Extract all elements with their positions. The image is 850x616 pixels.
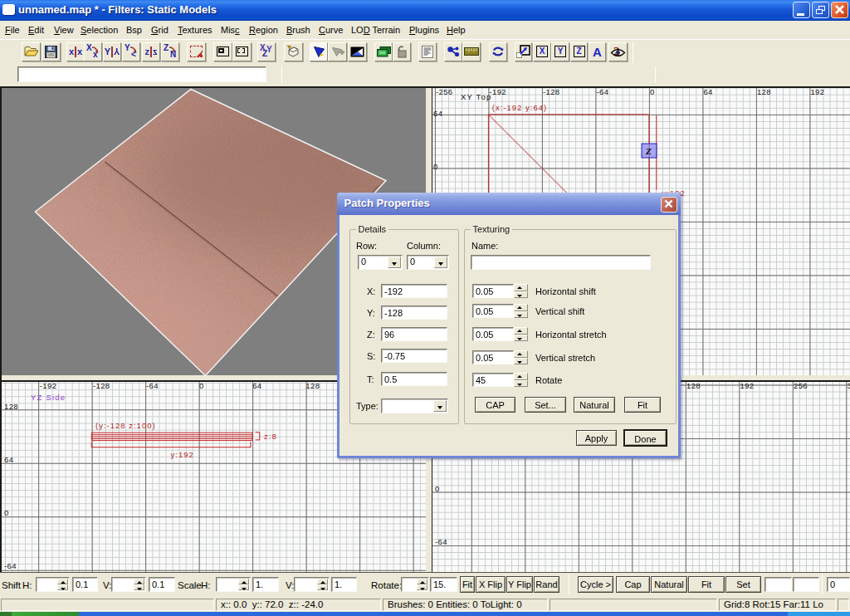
svg-text:64: 64 [703, 88, 712, 96]
svg-text:XY Top: XY Top [461, 92, 492, 101]
svg-text:(y:-128 z:100): (y:-128 z:100) [95, 421, 156, 430]
svg-text:-64: -64 [146, 382, 159, 390]
svg-text:y:192: y:192 [171, 450, 194, 459]
svg-text:192: 192 [810, 88, 824, 96]
svg-text:64: 64 [433, 109, 442, 118]
svg-text:-64: -64 [596, 88, 608, 96]
svg-text:256: 256 [794, 382, 808, 390]
svg-text:-192: -192 [40, 382, 57, 390]
svg-text:320: 320 [848, 382, 850, 390]
svg-text:(x:-192 y:64): (x:-192 y:64) [492, 103, 547, 112]
svg-text:192: 192 [740, 382, 755, 390]
svg-text:YZ Side: YZ Side [31, 393, 66, 402]
svg-text:-128: -128 [93, 382, 110, 390]
svg-text:-64: -64 [435, 537, 447, 546]
svg-text:z:8: z:8 [264, 432, 277, 441]
svg-text:Z: Z [645, 146, 652, 156]
svg-text:64: 64 [252, 382, 261, 390]
svg-text:0: 0 [435, 484, 440, 493]
svg-text:0: 0 [199, 382, 204, 390]
svg-text:0: 0 [4, 508, 9, 517]
svg-text:0: 0 [650, 88, 655, 96]
svg-text:0: 0 [433, 162, 438, 171]
svg-text:-128: -128 [543, 88, 560, 96]
svg-text:-256: -256 [436, 88, 453, 96]
svg-text:128: 128 [686, 382, 701, 390]
svg-text:64: 64 [4, 455, 13, 464]
svg-text:128: 128 [305, 382, 320, 390]
svg-text:-64: -64 [4, 561, 17, 570]
svg-text:128: 128 [4, 402, 18, 411]
svg-text:128: 128 [757, 88, 771, 96]
